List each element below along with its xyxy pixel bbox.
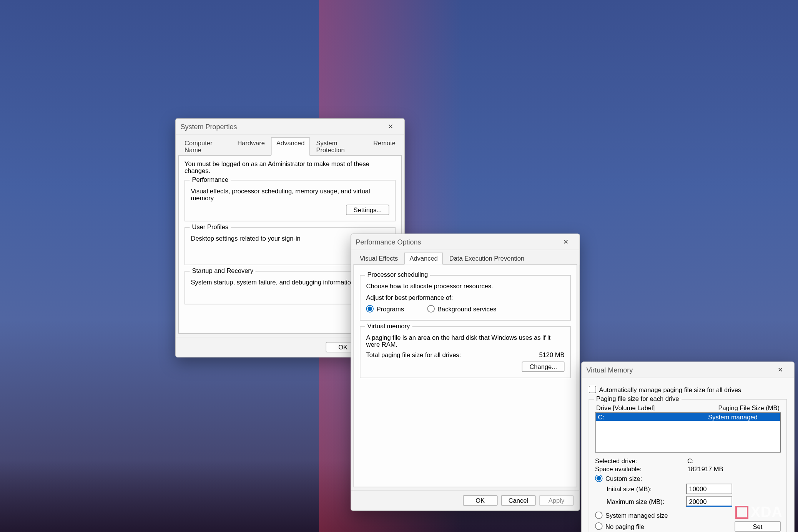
close-icon[interactable]: ✕ (557, 236, 575, 248)
change-button[interactable]: Change... (522, 362, 565, 372)
processor-scheduling-desc: Choose how to allocate processor resourc… (366, 283, 565, 289)
space-available-value: 1821917 MB (687, 466, 781, 472)
performance-legend: Performance (190, 176, 231, 183)
radio-nopf-input[interactable] (595, 522, 603, 530)
tabpanel-advanced: Processor scheduling Choose how to alloc… (354, 264, 577, 487)
radio-no-paging-file[interactable]: No paging file (595, 522, 644, 530)
dialog-title: Performance Options (356, 238, 421, 246)
maximum-size-input[interactable] (686, 497, 732, 507)
per-drive-legend: Paging file size for each drive (594, 395, 682, 402)
titlebar[interactable]: Virtual Memory ✕ (582, 362, 794, 378)
selected-drive-value: C: (687, 457, 781, 464)
set-button[interactable]: Set (735, 521, 781, 531)
close-icon[interactable]: ✕ (771, 364, 790, 376)
radio-bg-input[interactable] (427, 305, 435, 313)
initial-size-input[interactable] (686, 484, 732, 494)
col-drive: Drive [Volume Label] (596, 404, 688, 411)
auto-manage-input[interactable] (589, 386, 597, 394)
watermark-icon (735, 506, 748, 519)
radio-programs-input[interactable] (366, 305, 374, 313)
tab-remote[interactable]: Remote (368, 137, 401, 156)
processor-scheduling-group: Processor scheduling Choose how to alloc… (360, 275, 571, 321)
space-available-label: Space available: (595, 466, 682, 472)
radio-nopf-label: No paging file (605, 523, 644, 530)
tab-dep[interactable]: Data Execution Prevention (444, 253, 529, 265)
radio-bg-label: Background services (437, 305, 496, 312)
radio-programs[interactable]: Programs (366, 305, 404, 313)
processor-scheduling-legend: Processor scheduling (365, 271, 431, 278)
virtual-memory-legend: Virtual memory (365, 323, 412, 329)
dialog-title: Virtual Memory (587, 366, 633, 374)
watermark-text: XDA (751, 504, 783, 520)
radio-custom-label: Custom size: (605, 475, 642, 482)
virtual-memory-group: Virtual memory A paging file is an area … (360, 326, 571, 378)
drive-row[interactable]: C: System managed (596, 413, 780, 421)
performance-desc: Visual effects, processor scheduling, me… (191, 188, 389, 201)
watermark-logo: XDA (735, 504, 783, 520)
dialog-title: System Properties (181, 123, 237, 131)
tab-computer-name[interactable]: Computer Name (180, 137, 231, 156)
tabstrip: Computer Name Hardware Advanced System P… (176, 135, 404, 156)
radio-background-services[interactable]: Background services (427, 305, 496, 313)
auto-manage-checkbox[interactable]: Automatically manage paging file size fo… (589, 386, 787, 394)
close-icon[interactable]: ✕ (381, 121, 400, 132)
drive-list[interactable]: C: System managed (595, 412, 781, 453)
tab-hardware[interactable]: Hardware (232, 137, 270, 156)
size-cell: System managed (688, 414, 778, 421)
titlebar[interactable]: Performance Options ✕ (351, 234, 580, 250)
virtual-memory-desc: A paging file is an area on the hard dis… (366, 334, 565, 348)
initial-size-label: Initial size (MB): (607, 485, 682, 492)
tab-system-protection[interactable]: System Protection (311, 137, 367, 156)
admin-note: You must be logged on as an Administrato… (185, 160, 396, 174)
col-size: Paging File Size (MB) (688, 404, 780, 411)
radio-custom-size[interactable]: Custom size: (595, 475, 781, 482)
performance-options-dialog: Performance Options ✕ Visual Effects Adv… (351, 234, 580, 511)
radio-sysmanaged-label: System managed size (605, 512, 668, 519)
maximum-size-label: Maximum size (MB): (607, 498, 682, 505)
tabstrip: Visual Effects Advanced Data Execution P… (351, 250, 580, 265)
drive-cell: C: (598, 414, 688, 421)
tab-advanced[interactable]: Advanced (271, 137, 309, 156)
ok-button[interactable]: OK (463, 495, 497, 506)
titlebar[interactable]: System Properties ✕ (176, 119, 404, 135)
tab-visual-effects[interactable]: Visual Effects (355, 253, 403, 265)
radio-custom-input[interactable] (595, 475, 603, 482)
tab-advanced[interactable]: Advanced (404, 253, 443, 265)
performance-settings-button[interactable]: Settings... (346, 205, 389, 215)
auto-manage-label: Automatically manage paging file size fo… (599, 386, 741, 393)
vm-total-value: 5120 MB (539, 351, 564, 358)
performance-group: Performance Visual effects, processor sc… (185, 180, 396, 221)
adjust-label: Adjust for best performance of: (366, 294, 565, 301)
user-profiles-legend: User Profiles (190, 223, 231, 230)
vm-total-label: Total paging file size for all drives: (366, 351, 461, 358)
apply-button[interactable]: Apply (539, 495, 574, 506)
radio-programs-label: Programs (377, 305, 404, 312)
cancel-button[interactable]: Cancel (501, 495, 535, 506)
radio-sysmanaged-input[interactable] (595, 512, 603, 519)
selected-drive-label: Selected drive: (595, 457, 682, 464)
startup-recovery-legend: Startup and Recovery (190, 267, 256, 274)
